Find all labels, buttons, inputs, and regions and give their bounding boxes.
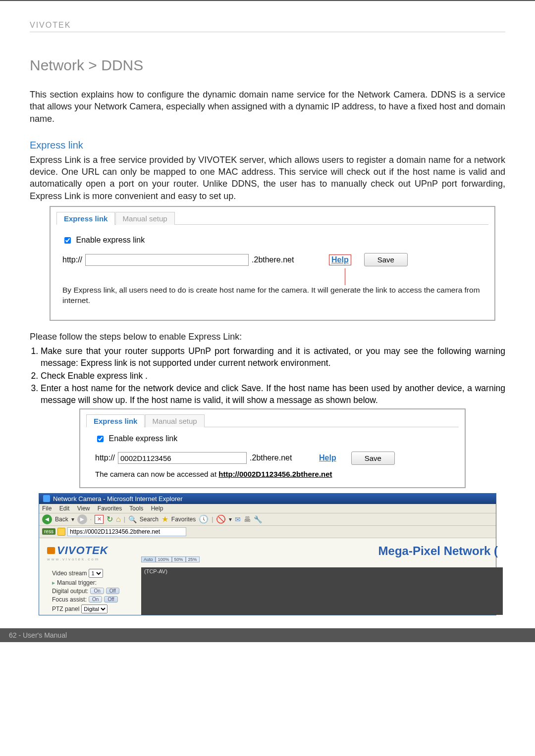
save-button[interactable]: Save	[364, 253, 408, 266]
address-input[interactable]	[67, 527, 186, 536]
stop-icon[interactable]: ✕	[95, 515, 104, 524]
digital-output-off[interactable]: Off	[106, 588, 119, 594]
size-auto[interactable]: Auto	[141, 556, 156, 562]
tab-manual-setup-2[interactable]: Manual setup	[145, 414, 205, 427]
ptz-panel-label: PTZ panel	[52, 605, 79, 612]
express-link-panel-filled: Express link Manual setup Enable express…	[79, 408, 466, 488]
ie-titlebar: Network Camera - Microsoft Internet Expl…	[39, 494, 496, 504]
page-footer: 62 - User's Manual	[0, 628, 535, 642]
tab-manual-setup[interactable]: Manual setup	[115, 212, 175, 225]
focus-assist-label: Focus assist:	[52, 596, 87, 603]
enable-express-link-label: Enable express link	[76, 236, 145, 244]
home-icon[interactable]: ⌂	[116, 515, 121, 524]
enable-express-link-label-2: Enable express link	[108, 434, 177, 443]
manual-trigger-label: Manual trigger:	[57, 579, 97, 586]
ptz-panel-select[interactable]: Digital	[81, 605, 107, 613]
vivotek-logo: VIVOTEK www.vivotek.com	[47, 544, 108, 561]
ie-toolbar: ◄ Back ▾ ► · ✕ ↻ ⌂ | 🔍 Search ★ Favorite…	[39, 513, 496, 526]
header-rule	[30, 32, 505, 32]
ie-address-bar: ress	[39, 526, 496, 538]
ie-window: Network Camera - Microsoft Internet Expl…	[39, 493, 496, 615]
url-prefix: http://	[62, 255, 82, 264]
express-link-heading: Express link	[30, 140, 505, 151]
video-stream-select[interactable]: 1	[89, 569, 103, 578]
camera-control-panel: Video stream 1 ▸ Manual trigger: Digital…	[52, 567, 136, 615]
codec-caption: (TCP-AV)	[141, 567, 503, 575]
page-icon	[57, 528, 65, 536]
back-label[interactable]: Back	[55, 516, 68, 523]
enable-express-link-checkbox-2[interactable]	[97, 436, 104, 442]
help-link[interactable]: Help	[329, 254, 351, 265]
access-message-prefix: The camera can now be accessed at	[95, 470, 218, 478]
save-button-2[interactable]: Save	[351, 452, 395, 465]
back-icon[interactable]: ◄	[42, 514, 52, 524]
menu-tools[interactable]: Tools	[129, 505, 143, 512]
expand-icon[interactable]: ▸	[52, 579, 55, 586]
menu-edit[interactable]: Edit	[59, 505, 70, 512]
focus-assist-on[interactable]: On	[89, 596, 102, 603]
menu-favorites[interactable]: Favorites	[98, 505, 122, 512]
focus-assist-off[interactable]: Off	[104, 596, 117, 603]
steps-intro: Please follow the steps below to enable …	[30, 331, 505, 343]
video-stream-label: Video stream	[52, 570, 87, 577]
enable-express-link-checkbox[interactable]	[64, 237, 71, 244]
forward-icon[interactable]: ►	[77, 514, 87, 524]
blocked-icon[interactable]: 🚫	[216, 514, 226, 524]
intro-paragraph: This section explains how to configure t…	[30, 89, 505, 125]
express-link-panel: Express link Manual setup Enable express…	[50, 206, 495, 321]
address-label: ress	[42, 528, 55, 535]
search-icon[interactable]: 🔍	[128, 515, 137, 523]
tab-bar-2: Express link Manual setup	[80, 409, 465, 427]
vivotek-logo-sub: www.vivotek.com	[47, 557, 108, 561]
ie-window-title: Network Camera - Microsoft Internet Expl…	[53, 495, 183, 503]
help-callout-line	[345, 268, 482, 285]
history-icon[interactable]: 🕔	[199, 514, 209, 524]
brand-header: VIVOTEK	[30, 21, 505, 30]
zoom-size-bar: Auto 100% 50% 25%	[141, 556, 200, 562]
step-2: Check Enable express link .	[41, 370, 505, 382]
step-3: Enter a host name for the network device…	[41, 383, 505, 406]
digital-output-label: Digital output:	[52, 588, 88, 595]
express-link-paragraph: Express Link is a free service provided …	[30, 154, 505, 202]
research-icon[interactable]: 🔧	[254, 515, 262, 523]
ie-app-icon	[43, 495, 50, 502]
search-label[interactable]: Search	[140, 516, 159, 523]
back-dropdown-icon[interactable]: ▾	[71, 516, 74, 523]
size-50[interactable]: 50%	[172, 556, 186, 562]
favorites-icon[interactable]: ★	[161, 514, 168, 524]
hostname-input-2[interactable]	[118, 452, 247, 464]
help-link-2[interactable]: Help	[317, 453, 338, 463]
video-viewport: Auto 100% 50% 25% (TCP-AV)	[141, 567, 503, 615]
refresh-icon[interactable]: ↻	[107, 514, 113, 524]
menu-view[interactable]: View	[77, 505, 90, 512]
step-1: Make sure that your router supports UPnP…	[41, 346, 505, 369]
url-suffix-2: .2bthere.net	[250, 454, 314, 462]
tab-bar: Express link Manual setup	[51, 207, 494, 225]
steps-list: Make sure that your router supports UPnP…	[30, 346, 505, 406]
mail-icon[interactable]: ✉	[235, 515, 241, 523]
hostname-input[interactable]	[85, 254, 249, 266]
camera-icon	[47, 547, 55, 554]
express-link-note: By Express link, all users need to do is…	[62, 285, 482, 306]
favorites-label[interactable]: Favorites	[171, 516, 196, 523]
ie-menubar: File Edit View Favorites Tools Help	[39, 504, 496, 513]
digital-output-on[interactable]: On	[90, 588, 104, 594]
breadcrumb: Network > DDNS	[30, 57, 505, 74]
banner-title: Mega-Pixel Network (	[378, 544, 498, 558]
size-100[interactable]: 100%	[156, 556, 172, 562]
print-icon[interactable]: 🖶	[244, 515, 251, 523]
tab-express-link-2[interactable]: Express link	[86, 414, 145, 427]
url-suffix: .2bthere.net	[252, 255, 326, 264]
url-prefix-2: http://	[95, 454, 115, 462]
tab-express-link[interactable]: Express link	[56, 212, 115, 225]
access-url-link[interactable]: http://0002D1123456.2bthere.net	[218, 470, 332, 478]
size-25[interactable]: 25%	[186, 556, 200, 562]
menu-file[interactable]: File	[42, 505, 52, 512]
menu-help[interactable]: Help	[151, 505, 163, 512]
